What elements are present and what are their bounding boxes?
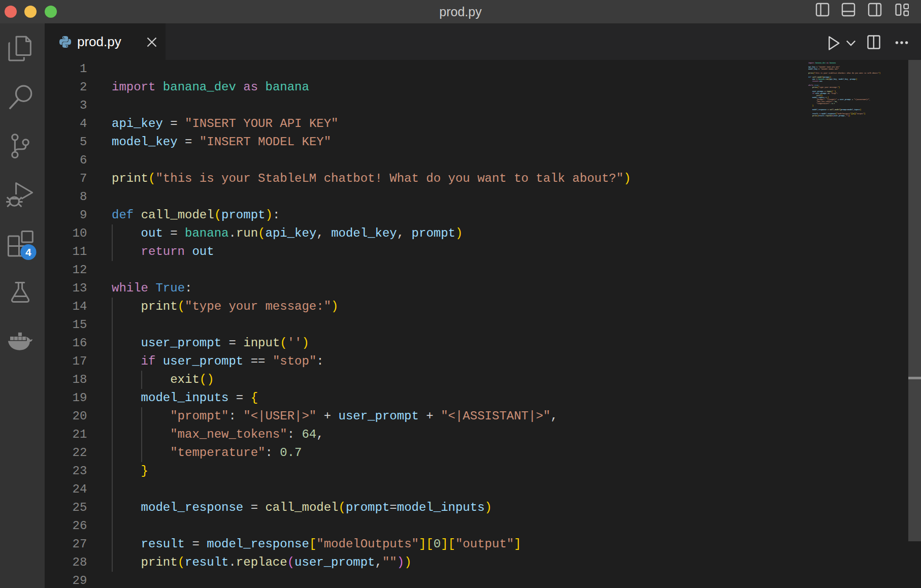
svg-text:4: 4 — [25, 246, 31, 258]
